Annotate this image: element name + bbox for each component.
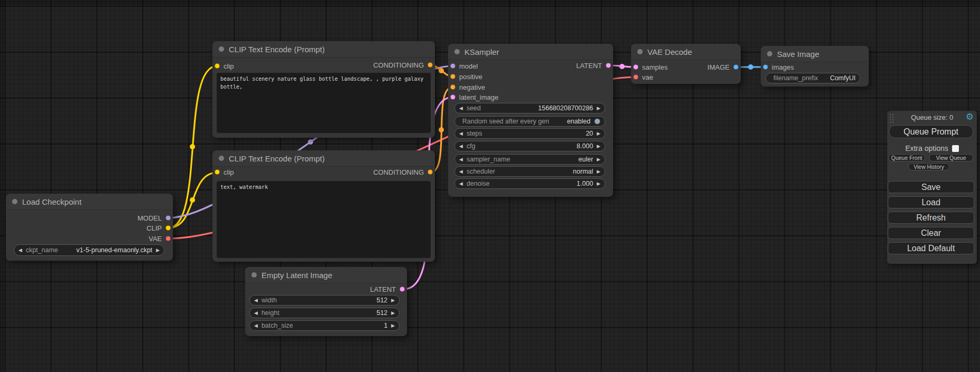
view-queue-button[interactable]: View Queue (929, 154, 973, 161)
output-image-dot-icon[interactable] (733, 64, 739, 70)
node-clip-text-encode-prompt-2[interactable]: CLIP Text Encode (Prompt)clipCONDITIONIN… (212, 150, 435, 262)
input-samples-dot-icon[interactable] (633, 64, 638, 70)
load-button[interactable]: Load (888, 196, 974, 208)
decrement-arrow-icon[interactable]: ◀ (459, 106, 463, 111)
refresh-button[interactable]: Refresh (888, 212, 974, 224)
input-clip-dot-icon[interactable] (215, 63, 220, 69)
node-title-bar[interactable]: KSampler (448, 44, 613, 60)
decrement-arrow-icon[interactable]: ◀ (459, 169, 463, 174)
widget-ckpt-name[interactable]: ◀ckpt_namev1-5-pruned-emaonly.ckpt▶ (14, 244, 164, 256)
collapse-dot-icon[interactable] (251, 272, 257, 278)
decrement-arrow-icon[interactable]: ◀ (459, 144, 463, 149)
link-dot-clip-to-prompt-2[interactable] (190, 197, 195, 203)
collapse-dot-icon[interactable] (637, 49, 643, 54)
increment-arrow-icon[interactable]: ▶ (597, 169, 600, 174)
input-negative-dot-icon[interactable] (450, 84, 455, 90)
widget-label: width (261, 297, 277, 304)
link-dot-model-to-ksampler[interactable] (308, 139, 313, 145)
increment-arrow-icon[interactable]: ▶ (597, 131, 600, 136)
widget-filename-prefix[interactable]: filename_prefixComfyUI (765, 73, 860, 83)
prompt-textarea[interactable]: beautiful scenery nature glass bottle la… (217, 73, 431, 133)
node-title-bar[interactable]: Save Image (761, 46, 869, 62)
comfyui-canvas[interactable]: { "canvas": { "background": "#232323", "… (0, 0, 980, 372)
prompt-textarea[interactable]: text, watermark (217, 181, 431, 258)
widget-label: seed (467, 104, 481, 112)
extra-options-checkbox[interactable] (952, 145, 959, 152)
save-button[interactable]: Save (888, 181, 974, 193)
widget-width[interactable]: ◀width512▶ (249, 295, 400, 306)
widget-random-seed-after-every-gen[interactable]: Random seed after every genenabled (454, 116, 605, 127)
collapse-dot-icon[interactable] (219, 156, 224, 161)
input-clip-dot-icon[interactable] (215, 169, 220, 175)
clear-button[interactable]: Clear (888, 227, 974, 239)
widget-label: batch_size (261, 322, 293, 329)
node-title-bar[interactable]: Load Checkpoint (6, 194, 173, 210)
decrement-arrow-icon[interactable]: ◀ (254, 323, 258, 328)
input-images-dot-icon[interactable] (763, 64, 768, 70)
widget-value: 1 (384, 322, 387, 329)
decrement-arrow-icon[interactable]: ◀ (254, 311, 258, 316)
input-label: clip (224, 62, 234, 70)
output-latent-dot-icon[interactable] (400, 287, 405, 292)
collapse-dot-icon[interactable] (767, 51, 772, 56)
node-title-bar[interactable]: CLIP Text Encode (Prompt) (212, 150, 435, 167)
node-title-bar[interactable]: Empty Latent Image (245, 267, 407, 283)
output-latent-dot-icon[interactable] (606, 63, 611, 68)
output-conditioning-dot-icon[interactable] (428, 62, 433, 68)
widget-denoise[interactable]: ◀denoise1.000▶ (454, 178, 605, 189)
widget-batch-size[interactable]: ◀batch_size1▶ (249, 320, 400, 331)
decrement-arrow-icon[interactable]: ◀ (459, 131, 463, 136)
node-clip-text-encode-prompt[interactable]: CLIP Text Encode (Prompt)clipCONDITIONIN… (212, 41, 435, 138)
increment-arrow-icon[interactable]: ▶ (391, 323, 395, 328)
link-dot-conditioning-to-positive[interactable] (439, 68, 444, 73)
increment-arrow-icon[interactable]: ▶ (391, 298, 395, 303)
link-dot-clip-to-prompt-1[interactable] (190, 144, 195, 149)
input-model-dot-icon[interactable] (450, 63, 455, 69)
input-label: clip (224, 168, 234, 176)
node-vae-decode[interactable]: VAE DecodesamplesvaeIMAGE (631, 44, 741, 84)
widget-height[interactable]: ◀height512▶ (249, 308, 400, 318)
link-dot-image-to-images[interactable] (748, 64, 753, 70)
widget-value: euler (578, 156, 593, 163)
widget-seed[interactable]: ◀seed156680208700286▶ (454, 103, 605, 113)
decrement-arrow-icon[interactable]: ◀ (18, 248, 22, 253)
view-history-button[interactable]: View History (908, 163, 949, 170)
node-save-image[interactable]: Save Imageimagesfilename_prefixComfyUI (761, 46, 869, 87)
link-dot-latent-to-samples[interactable] (619, 64, 625, 69)
output-vae-dot-icon[interactable] (166, 236, 171, 241)
node-title-bar[interactable]: CLIP Text Encode (Prompt) (212, 41, 435, 58)
collapse-dot-icon[interactable] (12, 199, 17, 204)
node-ksampler[interactable]: KSamplermodelpositivenegativelatent_imag… (448, 44, 613, 197)
input-latent-image-dot-icon[interactable] (450, 94, 455, 100)
decrement-arrow-icon[interactable]: ◀ (254, 298, 258, 303)
queue-front-button[interactable]: Queue Front (888, 154, 925, 161)
decrement-arrow-icon[interactable]: ◀ (459, 157, 463, 162)
collapse-dot-icon[interactable] (219, 46, 224, 52)
widget-steps[interactable]: ◀steps20▶ (454, 128, 605, 139)
increment-arrow-icon[interactable]: ▶ (597, 106, 600, 111)
queue-prompt-button[interactable]: Queue Prompt (889, 125, 973, 138)
input-vae-dot-icon[interactable] (633, 74, 638, 80)
output-clip-dot-icon[interactable] (166, 225, 171, 231)
widget-scheduler[interactable]: ◀schedulernormal▶ (454, 166, 605, 177)
node-title-bar[interactable]: VAE Decode (631, 44, 741, 60)
increment-arrow-icon[interactable]: ▶ (597, 157, 600, 162)
input-positive-dot-icon[interactable] (450, 74, 455, 79)
output-conditioning-dot-icon[interactable] (428, 169, 433, 175)
increment-arrow-icon[interactable]: ▶ (597, 182, 600, 186)
increment-arrow-icon[interactable]: ▶ (597, 144, 600, 149)
load-default-button[interactable]: Load Default (888, 242, 974, 254)
node-empty-latent-image[interactable]: Empty Latent ImageLATENT◀width512▶◀heigh… (245, 267, 407, 336)
node-load-checkpoint[interactable]: Load CheckpointMODELCLIPVAE◀ckpt_namev1-… (6, 194, 173, 261)
collapse-dot-icon[interactable] (454, 49, 460, 54)
gear-icon[interactable]: ⚙ (966, 111, 974, 122)
widget-cfg[interactable]: ◀cfg8.000▶ (454, 141, 605, 151)
increment-arrow-icon[interactable]: ▶ (391, 311, 395, 316)
increment-arrow-icon[interactable]: ▶ (156, 248, 160, 253)
link-dot-conditioning-to-negative[interactable] (439, 127, 444, 132)
widget-label: cfg (467, 142, 476, 150)
toggle-dot-icon[interactable] (594, 118, 600, 125)
decrement-arrow-icon[interactable]: ◀ (459, 182, 463, 186)
widget-sampler-name[interactable]: ◀sampler_nameeuler▶ (454, 154, 605, 165)
output-model-dot-icon[interactable] (166, 215, 171, 221)
